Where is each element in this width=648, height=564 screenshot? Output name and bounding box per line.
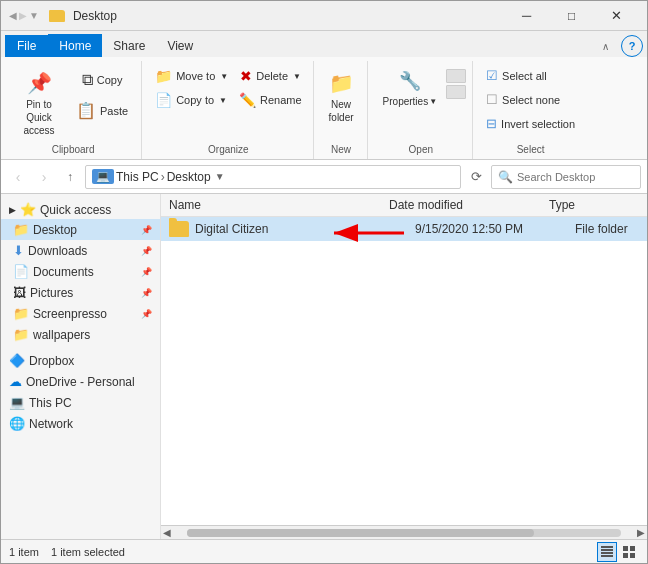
copy-to-icon: 📄 xyxy=(155,92,172,108)
ribbon: 📌 Pin to Quick access ⧉ Copy 📋 Paste Cli… xyxy=(1,57,647,160)
open-icon-1[interactable] xyxy=(446,69,466,83)
address-bar: ‹ › ↑ 💻 This PC › Desktop ▼ ⟳ 🔍 xyxy=(1,160,647,194)
refresh-button[interactable]: ⟳ xyxy=(465,166,487,188)
tab-view[interactable]: View xyxy=(156,34,204,57)
col-type[interactable]: Type xyxy=(549,198,639,212)
folder-icon xyxy=(169,221,189,237)
ribbon-group-clipboard: 📌 Pin to Quick access ⧉ Copy 📋 Paste Cli… xyxy=(5,61,142,159)
quick-access-header[interactable]: ▶ ⭐ Quick access xyxy=(1,198,160,219)
file-list: Digital Citizen 9/15/2020 12:50 PM File … xyxy=(161,217,647,525)
tiles-view-icon xyxy=(622,545,636,559)
view-controls xyxy=(597,542,639,562)
forward-button[interactable]: › xyxy=(33,166,55,188)
address-path[interactable]: 💻 This PC › Desktop ▼ xyxy=(85,165,461,189)
sidebar-item-onedrive[interactable]: ☁ OneDrive - Personal xyxy=(1,370,160,391)
scrollbar-thumb[interactable] xyxy=(187,529,534,537)
window-title: Desktop xyxy=(73,9,117,23)
clipboard-label: Clipboard xyxy=(11,142,135,159)
tab-share[interactable]: Share xyxy=(102,34,156,57)
pin-to-quick-access-button[interactable]: 📌 Pin to Quick access xyxy=(11,65,67,142)
svg-rect-7 xyxy=(630,546,635,551)
desktop-pin-icon: 📌 xyxy=(141,225,152,235)
svg-rect-5 xyxy=(601,555,613,557)
svg-rect-9 xyxy=(630,553,635,558)
minimize-button[interactable]: ─ xyxy=(504,1,549,31)
maximize-button[interactable]: □ xyxy=(549,1,594,31)
select-all-button[interactable]: ☑ Select all xyxy=(481,65,552,86)
item-count: 1 item xyxy=(9,546,39,558)
tab-home[interactable]: Home xyxy=(48,34,102,57)
up-button[interactable]: ↑ xyxy=(59,166,81,188)
scrollbar-track[interactable] xyxy=(187,529,621,537)
path-dropdown-arrow[interactable]: ▼ xyxy=(215,171,225,182)
search-box[interactable]: 🔍 xyxy=(491,165,641,189)
sidebar-item-pictures[interactable]: 🖼 Pictures 📌 xyxy=(1,282,160,303)
svg-rect-2 xyxy=(601,546,613,548)
sidebar-item-desktop[interactable]: 📁 Desktop 📌 xyxy=(1,219,160,240)
ribbon-group-organize: 📁 Move to ▼ ✖ Delete ▼ 📄 Copy to ▼ ✏️ xyxy=(144,61,313,159)
back-button[interactable]: ‹ xyxy=(7,166,29,188)
tiles-view-button[interactable] xyxy=(619,542,639,562)
search-input[interactable] xyxy=(517,171,634,183)
ribbon-group-select: ☑ Select all ☐ Select none ⊟ Invert sele… xyxy=(475,61,586,159)
scroll-left-arrow[interactable]: ◀ xyxy=(163,527,171,538)
copy-button[interactable]: ⧉ Copy xyxy=(69,65,135,96)
pictures-pin-icon: 📌 xyxy=(141,288,152,298)
scroll-right-arrow[interactable]: ▶ xyxy=(637,527,645,538)
sidebar: ▶ ⭐ Quick access 📁 Desktop 📌 ⬇ Downloads… xyxy=(1,194,161,539)
properties-button[interactable]: 🔧 Properties ▼ xyxy=(376,65,445,113)
open-label: Open xyxy=(376,142,467,159)
sidebar-item-this-pc[interactable]: 💻 This PC xyxy=(1,391,160,412)
sidebar-item-network[interactable]: 🌐 Network xyxy=(1,412,160,433)
select-label: Select xyxy=(481,142,580,159)
table-row[interactable]: Digital Citizen 9/15/2020 12:50 PM File … xyxy=(161,217,647,241)
col-date[interactable]: Date modified xyxy=(389,198,549,212)
tab-file[interactable]: File xyxy=(5,35,48,57)
open-icon-2[interactable] xyxy=(446,85,466,99)
new-folder-button[interactable]: 📁 New folder xyxy=(322,65,361,129)
new-folder-icon: 📁 xyxy=(329,70,354,96)
pin-icon: 📌 xyxy=(27,70,52,96)
paste-button[interactable]: 📋 Paste xyxy=(69,96,135,127)
sidebar-item-wallpapers[interactable]: 📁 wallpapers xyxy=(1,324,160,345)
file-list-container: Name Date modified Type Digital Citizen … xyxy=(161,194,647,539)
copy-to-arrow: ▼ xyxy=(219,96,227,105)
rename-button[interactable]: ✏️ Rename xyxy=(234,89,307,111)
close-button[interactable]: ✕ xyxy=(594,1,639,31)
col-name[interactable]: Name xyxy=(169,198,389,212)
svg-rect-4 xyxy=(601,552,613,554)
pictures-icon: 🖼 xyxy=(13,285,26,300)
path-this-pc: This PC xyxy=(116,170,159,184)
sidebar-item-screenpresso[interactable]: 📁 Screenpresso 📌 xyxy=(1,303,160,324)
move-to-button[interactable]: 📁 Move to ▼ xyxy=(150,65,233,87)
path-separator-1: › xyxy=(161,170,165,184)
copy-icon: ⧉ xyxy=(82,70,93,91)
move-icon: 📁 xyxy=(155,68,172,84)
ribbon-collapse-icon[interactable]: ∧ xyxy=(598,39,613,54)
sidebar-item-dropbox[interactable]: 🔷 Dropbox xyxy=(1,349,160,370)
status-bar: 1 item 1 item selected xyxy=(1,539,647,563)
folder-title-icon xyxy=(49,10,65,22)
sidebar-item-downloads[interactable]: ⬇ Downloads 📌 xyxy=(1,240,160,261)
properties-icon: 🔧 xyxy=(399,70,421,93)
organize-label: Organize xyxy=(150,142,306,159)
select-none-button[interactable]: ☐ Select none xyxy=(481,89,565,110)
svg-rect-3 xyxy=(601,549,613,551)
details-view-button[interactable] xyxy=(597,542,617,562)
title-bar: ◀ ▶ ▼ Desktop ─ □ ✕ xyxy=(1,1,647,31)
help-button[interactable]: ? xyxy=(621,35,643,57)
documents-icon: 📄 xyxy=(13,264,29,279)
search-icon: 🔍 xyxy=(498,170,513,184)
copy-to-button[interactable]: 📄 Copy to ▼ xyxy=(150,89,232,111)
horizontal-scrollbar[interactable]: ◀ ▶ xyxy=(161,525,647,539)
select-all-icon: ☑ xyxy=(486,68,498,83)
delete-button[interactable]: ✖ Delete ▼ xyxy=(235,65,306,87)
screenpresso-pin-icon: 📌 xyxy=(141,309,152,319)
properties-arrow: ▼ xyxy=(429,97,437,107)
new-label: New xyxy=(322,142,361,159)
quick-access-arrow: ▶ xyxy=(9,205,16,215)
sidebar-item-documents[interactable]: 📄 Documents 📌 xyxy=(1,261,160,282)
wallpapers-icon: 📁 xyxy=(13,327,29,342)
screenpresso-icon: 📁 xyxy=(13,306,29,321)
invert-selection-button[interactable]: ⊟ Invert selection xyxy=(481,113,580,134)
